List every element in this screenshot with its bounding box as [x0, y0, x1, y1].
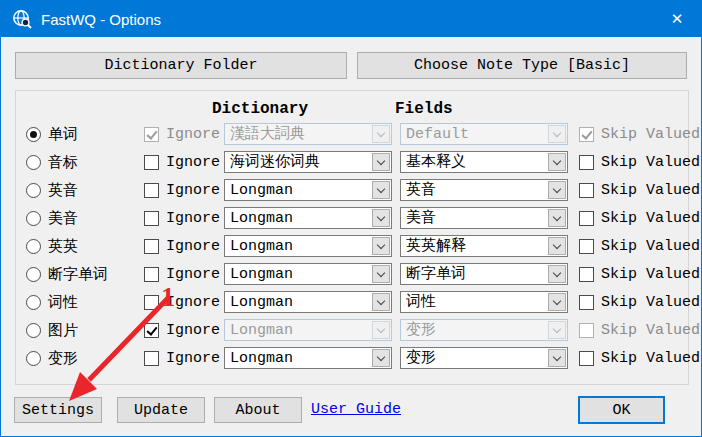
field-select[interactable]: 英音 — [400, 179, 568, 201]
chevron-down-icon[interactable] — [372, 209, 390, 227]
skip-valued-checkbox[interactable]: Skip Valued — [579, 148, 700, 176]
dictionary-select[interactable]: Longman — [224, 235, 392, 257]
ignore-checkbox[interactable]: Ignore — [144, 316, 220, 344]
field-select[interactable]: 断字单词 — [400, 263, 568, 285]
skip-valued-checkbox[interactable]: Skip Valued — [579, 288, 700, 316]
field-select[interactable]: 词性 — [400, 291, 568, 313]
radio-icon[interactable] — [26, 323, 41, 338]
ignore-checkbox[interactable]: Ignore — [144, 176, 220, 204]
row-radio[interactable]: 变形 — [26, 344, 78, 372]
chevron-down-icon[interactable] — [548, 321, 566, 339]
row-radio[interactable]: 断字单词 — [26, 260, 108, 288]
checkbox-icon[interactable] — [579, 351, 594, 366]
chevron-down-icon[interactable] — [548, 265, 566, 283]
chevron-down-icon[interactable] — [372, 293, 390, 311]
checkbox-icon[interactable] — [579, 295, 594, 310]
ignore-checkbox[interactable]: Ignore — [144, 120, 220, 148]
radio-icon[interactable] — [26, 211, 41, 226]
chevron-down-icon[interactable] — [372, 153, 390, 171]
radio-icon[interactable] — [26, 155, 41, 170]
skip-valued-checkbox[interactable]: Skip Valued — [579, 176, 700, 204]
row-radio[interactable]: 美音 — [26, 204, 78, 232]
chevron-down-icon[interactable] — [548, 181, 566, 199]
checkbox-icon[interactable] — [144, 183, 159, 198]
row-radio[interactable]: 词性 — [26, 288, 78, 316]
skip-valued-checkbox[interactable]: Skip Valued — [579, 120, 700, 148]
radio-icon[interactable] — [26, 267, 41, 282]
dictionary-folder-button[interactable]: Dictionary Folder — [15, 52, 347, 79]
radio-icon[interactable] — [26, 127, 41, 142]
skip-valued-checkbox[interactable]: Skip Valued — [579, 316, 700, 344]
settings-button[interactable]: Settings — [14, 397, 102, 423]
chevron-down-icon[interactable] — [548, 293, 566, 311]
user-guide-link[interactable]: User Guide — [311, 401, 401, 418]
chevron-down-icon[interactable] — [548, 125, 566, 143]
chevron-down-icon[interactable] — [372, 125, 390, 143]
about-button[interactable]: About — [214, 397, 302, 423]
checkbox-icon[interactable] — [144, 267, 159, 282]
checkbox-icon[interactable] — [144, 295, 159, 310]
checkbox-icon[interactable] — [144, 155, 159, 170]
dictionary-select[interactable]: 漢語大詞典 — [224, 123, 392, 145]
chevron-down-icon[interactable] — [548, 349, 566, 367]
radio-icon[interactable] — [26, 239, 41, 254]
dictionary-select[interactable]: Longman — [224, 347, 392, 369]
ok-button[interactable]: OK — [578, 396, 665, 424]
chevron-down-icon[interactable] — [548, 237, 566, 255]
checkbox-icon[interactable] — [144, 351, 159, 366]
checkbox-icon[interactable] — [579, 183, 594, 198]
chevron-down-icon[interactable] — [372, 321, 390, 339]
dictionary-select[interactable]: Longman — [224, 319, 392, 341]
ignore-checkbox[interactable]: Ignore — [144, 288, 220, 316]
ignore-checkbox[interactable]: Ignore — [144, 148, 220, 176]
field-select[interactable]: Default — [400, 123, 568, 145]
checkbox-icon[interactable] — [579, 239, 594, 254]
chevron-down-icon[interactable] — [372, 237, 390, 255]
row-radio[interactable]: 音标 — [26, 148, 78, 176]
chevron-down-icon[interactable] — [372, 265, 390, 283]
skip-valued-checkbox[interactable]: Skip Valued — [579, 232, 700, 260]
checkbox-icon[interactable] — [579, 127, 594, 142]
dictionary-select[interactable]: Longman — [224, 263, 392, 285]
field-select[interactable]: 英英解释 — [400, 235, 568, 257]
checkbox-icon[interactable] — [144, 239, 159, 254]
choose-note-type-button[interactable]: Choose Note Type [Basic] — [357, 52, 687, 79]
ignore-checkbox[interactable]: Ignore — [144, 344, 220, 372]
row-label: 单词 — [48, 125, 78, 144]
skip-valued-label: Skip Valued — [601, 182, 700, 199]
row-radio[interactable]: 英英 — [26, 232, 78, 260]
row-radio[interactable]: 单词 — [26, 120, 78, 148]
field-select[interactable]: 基本释义 — [400, 151, 568, 173]
chevron-down-icon[interactable] — [372, 181, 390, 199]
chevron-down-icon[interactable] — [548, 209, 566, 227]
skip-valued-checkbox[interactable]: Skip Valued — [579, 204, 700, 232]
ignore-checkbox[interactable]: Ignore — [144, 232, 220, 260]
dictionary-select[interactable]: Longman — [224, 179, 392, 201]
dictionary-select[interactable]: Longman — [224, 207, 392, 229]
checkbox-icon[interactable] — [579, 323, 594, 338]
chevron-down-icon[interactable] — [372, 349, 390, 367]
radio-icon[interactable] — [26, 183, 41, 198]
checkbox-icon[interactable] — [144, 211, 159, 226]
close-button[interactable]: ✕ — [653, 1, 701, 37]
checkbox-icon[interactable] — [579, 211, 594, 226]
ignore-checkbox[interactable]: Ignore — [144, 260, 220, 288]
checkbox-icon[interactable] — [579, 155, 594, 170]
chevron-down-icon[interactable] — [548, 153, 566, 171]
ignore-checkbox[interactable]: Ignore — [144, 204, 220, 232]
field-select[interactable]: 变形 — [400, 347, 568, 369]
checkbox-icon[interactable] — [144, 127, 159, 142]
skip-valued-checkbox[interactable]: Skip Valued — [579, 260, 700, 288]
dictionary-select[interactable]: Longman — [224, 291, 392, 313]
row-radio[interactable]: 图片 — [26, 316, 78, 344]
radio-icon[interactable] — [26, 295, 41, 310]
radio-icon[interactable] — [26, 351, 41, 366]
field-select[interactable]: 变形 — [400, 319, 568, 341]
checkbox-icon[interactable] — [144, 323, 159, 338]
checkbox-icon[interactable] — [579, 267, 594, 282]
update-button[interactable]: Update — [117, 397, 205, 423]
row-radio[interactable]: 英音 — [26, 176, 78, 204]
skip-valued-checkbox[interactable]: Skip Valued — [579, 344, 700, 372]
dictionary-select[interactable]: 海词迷你词典 — [224, 151, 392, 173]
field-select[interactable]: 美音 — [400, 207, 568, 229]
